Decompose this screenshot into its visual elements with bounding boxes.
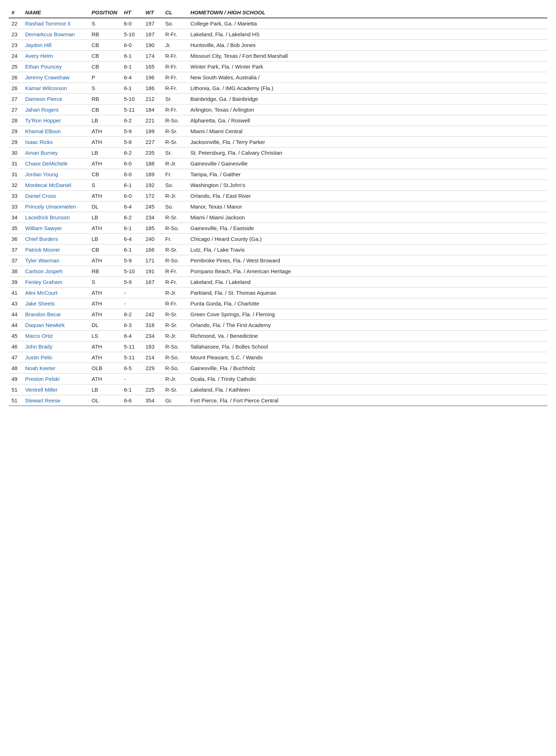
cell-name[interactable]: Alex McCourt (22, 288, 89, 298)
cell-hometown: College Park, Ga. / Marietta (187, 18, 547, 29)
cell-wt: 187 (143, 29, 162, 40)
cell-name[interactable]: Dameon Pierce (22, 94, 89, 104)
cell-number: 25 (9, 61, 22, 72)
cell-position: ATH (89, 352, 121, 363)
cell-number: 31 (9, 158, 22, 169)
cell-cl: R-So. (162, 363, 187, 374)
cell-name[interactable]: Avery Helm (22, 51, 89, 61)
cell-name[interactable]: Mordecai McDaniel (22, 180, 89, 191)
cell-ht: 6-1 (121, 244, 143, 255)
cell-name[interactable]: Brandon Becar (22, 309, 89, 320)
cell-ht: - (121, 374, 143, 384)
cell-number: 37 (9, 255, 22, 266)
cell-number: 33 (9, 201, 22, 212)
cell-name[interactable]: Marco Ortiz (22, 331, 89, 341)
cell-name[interactable]: Noah Keeter (22, 363, 89, 374)
cell-name[interactable]: Amari Burney (22, 148, 89, 158)
cell-name[interactable]: Daquan Newkirk (22, 320, 89, 331)
cell-name[interactable]: Chief Borders (22, 234, 89, 244)
cell-cl: R-Fr. (162, 51, 187, 61)
cell-wt: 245 (143, 201, 162, 212)
cell-name[interactable]: Chase DeMichele (22, 158, 89, 169)
cell-ht: 6-6 (121, 395, 143, 406)
cell-name[interactable]: Demarkcus Bowman (22, 29, 89, 40)
cell-number: 51 (9, 384, 22, 395)
cell-name[interactable]: Preston Pelski (22, 374, 89, 384)
cell-hometown: Ocala, Fla. / Trinity Catholic (187, 374, 547, 384)
cell-position: CB (89, 61, 121, 72)
cell-name[interactable]: Princely Umanmielen (22, 201, 89, 212)
cell-cl: So. (162, 18, 187, 29)
cell-position: CB (89, 40, 121, 51)
cell-name[interactable]: Rashad Torrence II (22, 18, 89, 29)
cell-cl: R-Fr. (162, 298, 187, 309)
cell-cl: R-Jr. (162, 331, 187, 341)
cell-ht: 6-1 (121, 223, 143, 234)
cell-hometown: Alpharetta, Ga. / Roswell (187, 115, 547, 126)
cell-cl: R-Fr. (162, 104, 187, 115)
cell-name[interactable]: Jahari Rogers (22, 104, 89, 115)
cell-name[interactable]: Ventrell Miller (22, 384, 89, 395)
cell-name[interactable]: Patrick Moorer (22, 244, 89, 255)
cell-hometown: Lakeland, Fla. / Lakeland HS (187, 29, 547, 40)
table-row: 37Tyler WaxmanATH5-9171R-So.Pembroke Pin… (9, 255, 547, 266)
cell-hometown: Miami / Miami Jackson (187, 212, 547, 223)
cell-hometown: Gainesville / Gainesville (187, 158, 547, 169)
cell-wt: 234 (143, 331, 162, 341)
cell-hometown: Pembroke Pines, Fla. / West Broward (187, 255, 547, 266)
cell-ht: 6-1 (121, 83, 143, 94)
cell-wt: 221 (143, 115, 162, 126)
cell-cl: R-Jr. (162, 374, 187, 384)
cell-number: 31 (9, 169, 22, 180)
cell-name[interactable]: Fenley Graham (22, 277, 89, 288)
cell-cl: R-Sr. (162, 126, 187, 137)
cell-ht: 6-1 (121, 384, 143, 395)
cell-cl: R-Fr. (162, 277, 187, 288)
cell-name[interactable]: William Sawyer (22, 223, 89, 234)
cell-name[interactable]: Jordan Young (22, 169, 89, 180)
cell-number: 29 (9, 137, 22, 148)
cell-position: LB (89, 234, 121, 244)
cell-name[interactable]: Justin Pelic (22, 352, 89, 363)
cell-name[interactable]: Tyler Waxman (22, 255, 89, 266)
cell-number: 28 (9, 115, 22, 126)
cell-name[interactable]: Stewart Reese (22, 395, 89, 406)
cell-name[interactable]: Jaydon Hill (22, 40, 89, 51)
cell-cl: R-Sr. (162, 212, 187, 223)
table-row: 22Rashad Torrence IIS6-0197So.College Pa… (9, 18, 547, 29)
cell-name[interactable]: John Brady (22, 341, 89, 352)
cell-wt: 234 (143, 212, 162, 223)
cell-name[interactable]: Jake Sheets (22, 298, 89, 309)
cell-cl: R-Sr. (162, 244, 187, 255)
cell-ht: 6-2 (121, 115, 143, 126)
table-row: 51Stewart ReeseOL6-6354Gr.Fort Pierce, F… (9, 395, 547, 406)
cell-name[interactable]: Daniel Cross (22, 191, 89, 201)
cell-wt: 242 (143, 309, 162, 320)
cell-ht: 5-9 (121, 277, 143, 288)
cell-hometown: Huntsville, Ala. / Bob Jones (187, 40, 547, 51)
cell-cl: R-So. (162, 115, 187, 126)
cell-wt: 183 (143, 341, 162, 352)
table-row: 32Mordecai McDanielS6-1192So.Washington … (9, 180, 547, 191)
cell-name[interactable]: Isaac Ricks (22, 137, 89, 148)
cell-hometown: Arlington, Texas / Arlington (187, 104, 547, 115)
cell-name[interactable]: Carlson Jospeh (22, 266, 89, 277)
table-row: 37Patrick MoorerCB6-1166R-Sr.Lutz, Fla. … (9, 244, 547, 255)
cell-position: P (89, 72, 121, 83)
cell-wt (143, 288, 162, 298)
cell-name[interactable]: Lacedrick Brunson (22, 212, 89, 223)
cell-cl: Jr. (162, 40, 187, 51)
cell-number: 43 (9, 298, 22, 309)
cell-ht: 6-0 (121, 40, 143, 51)
cell-position: CB (89, 244, 121, 255)
cell-position: S (89, 180, 121, 191)
cell-name[interactable]: Kamar Wilcoxson (22, 83, 89, 94)
cell-name[interactable]: Ethan Pouncey (22, 61, 89, 72)
cell-name[interactable]: Ty'Ron Hopper (22, 115, 89, 126)
cell-position: S (89, 277, 121, 288)
cell-name[interactable]: Khamal Ellison (22, 126, 89, 137)
cell-name[interactable]: Jeremy Crawshaw (22, 72, 89, 83)
table-row: 33Princely UmanmielenDL6-4245So.Manor, T… (9, 201, 547, 212)
table-row: 26Kamar WilcoxsonS6-1186R-Fr.Lithonia, G… (9, 83, 547, 94)
cell-wt (143, 298, 162, 309)
